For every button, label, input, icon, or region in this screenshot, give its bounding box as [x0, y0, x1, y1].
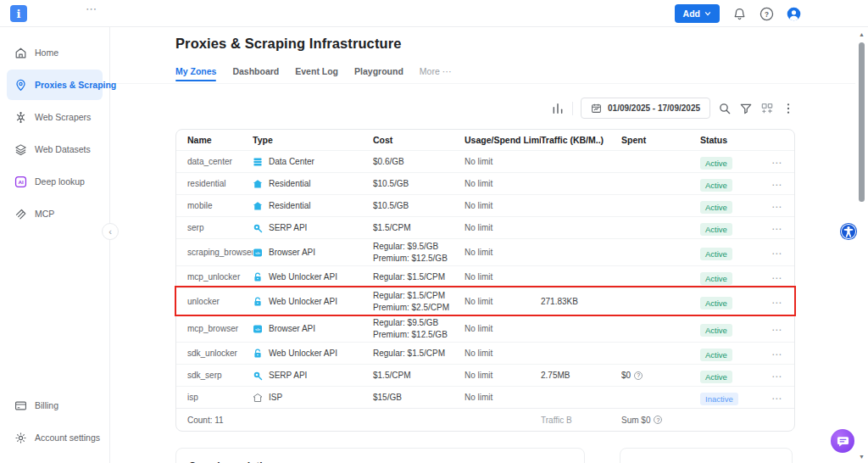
sidebar-item-label: MCP [35, 209, 54, 219]
home-icon [14, 47, 27, 59]
search-icon[interactable] [718, 102, 732, 115]
sidebar-item-label: Account settings [35, 432, 100, 443]
status-badge: Active [700, 223, 732, 236]
zone-cost: Regular: $1.5/CPM [373, 348, 465, 360]
help-icon[interactable]: ? [760, 7, 774, 21]
svg-text:?: ? [765, 10, 769, 18]
table-row-serp[interactable]: serpSERP API$1.5/CPMNo limitActive⋯ [176, 216, 794, 238]
chart-bars-icon[interactable] [551, 102, 565, 115]
sidebar-item-web-datasets[interactable]: Web Datasets [7, 134, 103, 165]
sidebar-item-proxies-scraping[interactable]: Proxies & Scraping [7, 70, 103, 100]
bell-icon[interactable] [732, 7, 747, 21]
sidebar-menu-dots[interactable]: ⋯ [86, 3, 97, 15]
sidebar-item-account-settings[interactable]: Account settings [7, 422, 103, 453]
sidebar-item-mcp[interactable]: MCP [7, 198, 103, 229]
secondary-card[interactable] [620, 448, 793, 463]
column-header-cost[interactable]: Cost [373, 135, 465, 145]
table-row-sdk-serp[interactable]: sdk_serpSERP API$1.5/CPMNo limit2.75MB$0… [176, 364, 794, 386]
row-actions-menu[interactable]: ⋯ [771, 297, 782, 309]
svg-text:</>: </> [255, 326, 261, 331]
zone-traffic[interactable]: 2.75MB [541, 371, 570, 380]
app-logo[interactable]: i [10, 5, 27, 22]
column-header-status[interactable]: Status [700, 135, 771, 145]
table-row-data-center[interactable]: data_centerData Center$0.6/GBNo limitAct… [176, 150, 794, 172]
help-circle-icon[interactable]: ? [634, 371, 643, 380]
filter-icon[interactable] [739, 102, 753, 115]
row-actions-menu[interactable]: ⋯ [771, 272, 782, 284]
row-actions-menu[interactable]: ⋯ [771, 201, 782, 213]
zone-type: Browser API [269, 248, 315, 257]
row-actions-menu[interactable]: ⋯ [771, 324, 782, 336]
spent-total-value: Sum $0 [621, 416, 650, 425]
date-range-button[interactable]: 01/09/2025 - 17/09/2025 [581, 98, 710, 119]
chat-widget-button[interactable] [831, 429, 854, 453]
zone-cost: $15/GB [373, 392, 465, 404]
table-row-isp[interactable]: ispISP$15/GBNo limitInactive⋯ [176, 386, 794, 408]
serp-icon [253, 223, 263, 233]
unlocker-icon [253, 349, 263, 359]
column-header-name[interactable]: Name [176, 135, 253, 145]
table-row-mcp-unlocker[interactable]: mcp_unlockerWeb Unlocker APIRegular: $1.… [176, 265, 794, 287]
table-row-scraping-browser[interactable]: scraping_browser</>Browser APIRegular: $… [176, 238, 794, 265]
page-title: Proxies & Scraping Infrastructure [175, 36, 401, 52]
zone-name: sdk_unlocker [176, 349, 253, 358]
scroll-down-arrow[interactable]: ▼ [858, 454, 865, 460]
status-badge: Inactive [700, 393, 738, 405]
zone-name: mcp_browser [176, 324, 253, 333]
tab-my-zones[interactable]: My Zones [175, 66, 216, 81]
zone-traffic[interactable]: 271.83KB [541, 297, 578, 306]
tab-event-log[interactable]: Event Log [295, 66, 338, 81]
serp-icon [253, 371, 263, 381]
row-actions-menu[interactable]: ⋯ [771, 248, 782, 259]
accessibility-button[interactable] [839, 222, 858, 241]
zone-limit: No limit [465, 371, 541, 380]
kebab-icon[interactable] [782, 102, 795, 115]
zone-type: Web Unlocker API [269, 297, 337, 306]
sidebar-collapse-button[interactable]: ‹ [102, 223, 119, 240]
zone-type: Data Center [269, 157, 314, 166]
zone-limit: No limit [465, 349, 541, 358]
spent-total: Sum $0 ? [621, 416, 700, 425]
scrollbar-thumb[interactable] [859, 42, 865, 202]
sidebar-item-web-scrapers[interactable]: Web Scrapers [7, 102, 103, 132]
table-row-residential[interactable]: residentialResidential$10.5/GBNo limitAc… [176, 172, 794, 194]
residential-icon [253, 179, 263, 189]
tab-more[interactable]: More ⋯ [420, 66, 451, 81]
sidebar-item-billing[interactable]: Billing [7, 390, 103, 421]
scroll-up-arrow[interactable]: ▲ [858, 31, 865, 37]
sidebar-item-home[interactable]: Home [7, 37, 103, 68]
column-header-type[interactable]: Type [253, 135, 373, 145]
row-actions-menu[interactable]: ⋯ [771, 157, 782, 169]
row-actions-menu[interactable]: ⋯ [771, 371, 782, 382]
row-actions-menu[interactable]: ⋯ [771, 179, 782, 191]
add-button[interactable]: Add [675, 4, 720, 23]
row-actions-menu[interactable]: ⋯ [771, 393, 782, 404]
scrollbar[interactable]: ▲ ▼ [855, 27, 868, 463]
table-row-sdk-unlocker[interactable]: sdk_unlockerWeb Unlocker APIRegular: $1.… [176, 342, 794, 364]
zone-cost: Regular: $9.5/GBPremium: $12.5/GB [373, 241, 465, 265]
tab-playground[interactable]: Playground [354, 66, 403, 81]
column-header-spent[interactable]: Spent [621, 135, 700, 145]
column-header-traffic-kb-m[interactable]: Traffic (KB/M..) [541, 135, 621, 145]
datasets-icon [14, 143, 27, 156]
zone-limit: No limit [465, 272, 541, 282]
row-actions-menu[interactable]: ⋯ [771, 349, 782, 360]
table-row-unlocker[interactable]: unlockerWeb Unlocker APIRegular: $1.5/CP… [176, 287, 794, 315]
calendar-icon [591, 103, 602, 114]
column-header-usage-spend-limit[interactable]: Usage/Spend Limit [465, 135, 541, 145]
row-actions-menu[interactable]: ⋯ [771, 223, 782, 235]
sidebar-item-deep-lookup[interactable]: AIDeep lookup [7, 166, 103, 197]
zone-limit: No limit [465, 179, 541, 188]
board-icon[interactable] [760, 102, 774, 115]
tab-dashboard[interactable]: Dashboard [232, 66, 279, 81]
zone-cost: Regular: $1.5/CPMPremium: $2.5/CPM [373, 290, 465, 314]
zone-name: residential [176, 179, 253, 188]
user-avatar[interactable] [787, 7, 801, 21]
unlocker-icon [253, 272, 263, 282]
table-row-mobile[interactable]: mobileResidential$10.5/GBNo limitActive⋯ [176, 194, 794, 216]
sidebar-item-label: Web Datasets [35, 144, 91, 154]
topbar-actions: Add ? [675, 0, 801, 27]
help-circle-icon[interactable]: ? [654, 416, 662, 424]
scraping-solutions-card[interactable]: Scraping solutions [175, 448, 585, 463]
table-row-mcp-browser[interactable]: mcp_browser</>Browser APIRegular: $9.5/G… [176, 315, 794, 342]
